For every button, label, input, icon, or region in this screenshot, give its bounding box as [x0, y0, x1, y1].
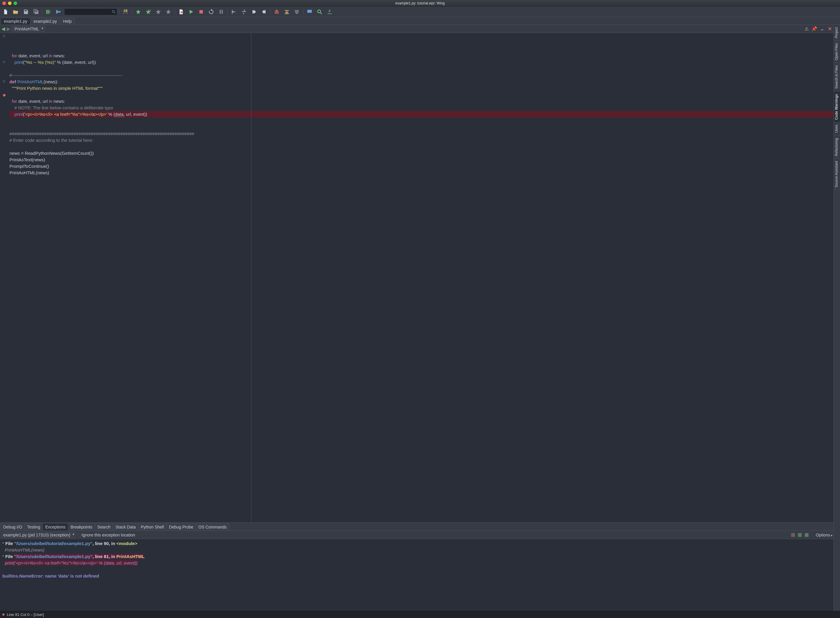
download-icon[interactable]: [325, 8, 334, 16]
traceback-call[interactable]: PrintAsHTML(news): [2, 547, 831, 553]
bookmark-clear-icon[interactable]: [164, 8, 173, 16]
right-tab-code-warnings[interactable]: Code Warnings: [834, 92, 840, 123]
fold-toggle[interactable]: ▽: [0, 59, 8, 65]
fold-toggle[interactable]: ▽: [0, 33, 8, 40]
warning-icon[interactable]: ⚠: [804, 26, 809, 31]
minimize-window-button[interactable]: [8, 1, 12, 5]
bookmark-prev-icon[interactable]: [154, 8, 163, 16]
bottom-tab-testing[interactable]: Testing: [25, 523, 43, 530]
right-tab-refactoring[interactable]: Refactoring: [834, 135, 840, 159]
stack-up-icon[interactable]: [272, 8, 281, 16]
ignore-exception-checkbox[interactable]: Ignore this exception location: [77, 533, 135, 537]
run-icon[interactable]: [187, 8, 196, 16]
code-line[interactable]: """Print Python news in simple HTML form…: [9, 85, 834, 92]
svg-rect-2: [199, 10, 203, 13]
bottom-tab-breakpoints[interactable]: Breakpoints: [68, 523, 95, 530]
fold-toggle[interactable]: ▽: [0, 79, 8, 85]
indent-icon[interactable]: [44, 8, 53, 16]
code-area[interactable]: for date, event, url in news: print("%s …: [8, 33, 834, 522]
replace-icon[interactable]: A̲B̲←→: [121, 8, 130, 16]
stack-down-icon[interactable]: [292, 8, 301, 16]
code-line[interactable]: [9, 176, 834, 183]
bottom-tab-os-commands[interactable]: OS Commands: [196, 523, 230, 530]
bottom-tab-stack-data[interactable]: Stack Data: [113, 523, 138, 530]
nav-back-icon[interactable]: ◀: [1, 27, 5, 31]
right-tab-project[interactable]: Project: [834, 25, 840, 41]
tb-view-icon-2[interactable]: [798, 533, 802, 537]
toolbar-search-input[interactable]: [65, 10, 112, 14]
file-tab-example2[interactable]: example2.py: [30, 18, 60, 25]
code-line[interactable]: for date, event, url in news:: [9, 53, 834, 59]
right-tab-search-in-files[interactable]: Search in Files: [834, 63, 840, 91]
code-line[interactable]: for date, event, url in news:: [9, 98, 834, 105]
goto-definition-icon[interactable]: [54, 8, 63, 16]
debug-file-icon[interactable]: [177, 8, 186, 16]
bottom-tab-exceptions[interactable]: Exceptions: [43, 523, 68, 530]
scope-selector[interactable]: PrintAsHTML: [12, 26, 45, 32]
code-line[interactable]: # Enter code according to the tutorial h…: [9, 137, 834, 144]
breakpoint-marker[interactable]: ◆: [0, 92, 8, 98]
code-line[interactable]: PrintAsHTML(news): [9, 169, 834, 176]
monitor-icon[interactable]: [305, 8, 314, 16]
pin-icon[interactable]: 📌: [812, 26, 817, 31]
close-window-button[interactable]: [2, 1, 6, 5]
code-line[interactable]: [9, 92, 834, 98]
step-out-icon[interactable]: [249, 8, 258, 16]
gutter[interactable]: ▽▽▽◆: [0, 33, 8, 522]
code-editor[interactable]: ▽▽▽◆ for date, event, url in news: print…: [0, 33, 834, 522]
right-tab-uses[interactable]: Uses: [834, 122, 840, 135]
new-file-icon[interactable]: [1, 8, 10, 16]
toolbar-search[interactable]: [64, 8, 117, 15]
process-selector[interactable]: example1.py (pid 17310) (exception): [1, 532, 75, 538]
code-line[interactable]: def PrintAsHTML(news):: [9, 79, 834, 85]
stop-icon[interactable]: [197, 8, 206, 16]
code-line[interactable]: #---------------------------------------…: [9, 72, 834, 79]
right-tab-source-assistant[interactable]: Source Assistant: [834, 159, 840, 190]
search-tool-icon[interactable]: [315, 8, 324, 16]
traceback-frame[interactable]: * File "/Users/sdeibel/tutorial/example1…: [2, 540, 831, 547]
svg-point-6: [318, 10, 321, 13]
svg-point-0: [112, 10, 114, 12]
save-icon[interactable]: [21, 8, 30, 16]
right-tab-open-files[interactable]: Open Files: [834, 41, 840, 63]
code-line[interactable]: [9, 124, 834, 131]
code-line[interactable]: [9, 117, 834, 124]
close-editor-icon[interactable]: ✕: [827, 26, 832, 31]
bottom-tab-search[interactable]: Search: [95, 523, 113, 530]
code-line[interactable]: # NOTE: The line below contains a delibe…: [9, 105, 834, 111]
code-line[interactable]: print('<p><i>%s</i> <a href="%s">%s</a><…: [9, 111, 834, 117]
bottom-tab-debug-probe[interactable]: Debug Probe: [166, 523, 196, 530]
bookmark-add-icon[interactable]: [134, 8, 142, 16]
stack-frame-icon[interactable]: [282, 8, 291, 16]
save-all-icon[interactable]: [31, 8, 40, 16]
step-return-icon[interactable]: [260, 8, 269, 16]
code-line[interactable]: ########################################…: [9, 131, 834, 137]
options-menu[interactable]: Options: [816, 533, 832, 537]
open-file-icon[interactable]: [11, 8, 20, 16]
code-line[interactable]: [9, 144, 834, 150]
bottom-tab-debug-i-o[interactable]: Debug I/O: [1, 523, 25, 530]
traceback-frame[interactable]: * File "/Users/sdeibel/tutorial/example1…: [2, 553, 831, 560]
file-tab-example1[interactable]: example1.py: [1, 18, 30, 25]
nav-forward-icon[interactable]: ▶: [6, 27, 10, 31]
bug-icon: ✸: [2, 612, 5, 617]
pause-icon[interactable]: [217, 8, 226, 16]
step-into-icon[interactable]: [230, 8, 238, 16]
step-over-icon[interactable]: [239, 8, 248, 16]
tb-view-icon-3[interactable]: [804, 533, 809, 537]
zoom-window-button[interactable]: [13, 1, 17, 5]
code-line[interactable]: PromptToContinue(): [9, 163, 834, 169]
status-text: Line 81 Col 0 – [User]: [7, 612, 44, 617]
code-line[interactable]: [9, 65, 834, 72]
traceback-view[interactable]: * File "/Users/sdeibel/tutorial/example1…: [0, 539, 834, 611]
chevron-down-icon[interactable]: ⌄: [819, 26, 825, 31]
code-line[interactable]: PrintAsText(news): [9, 157, 834, 163]
traceback-call[interactable]: print('<p><i>%s</i> <a href="%s">%s</a><…: [2, 560, 831, 566]
code-line[interactable]: print("%s -- %s (%s)" % (date, event, ur…: [9, 59, 834, 65]
bottom-tab-python-shell[interactable]: Python Shell: [138, 523, 166, 530]
file-tab-help[interactable]: Help: [60, 18, 75, 25]
bookmark-next-icon[interactable]: [144, 8, 153, 16]
restart-icon[interactable]: [207, 8, 216, 16]
tb-view-icon-1[interactable]: [791, 533, 795, 537]
code-line[interactable]: news = ReadPythonNews(GetItemCount()): [9, 150, 834, 157]
